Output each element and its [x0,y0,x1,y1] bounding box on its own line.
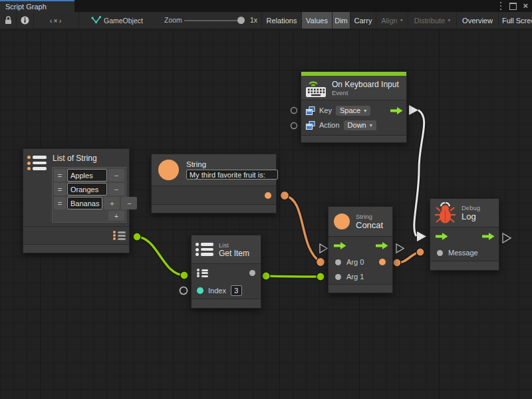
action-dropdown[interactable]: Down ▾ [344,120,376,130]
list-item-field[interactable]: Apples [67,169,107,182]
zoom-value: 1x [250,12,257,29]
node-on-keyboard-input[interactable]: On Keyboard Input Event Key Space ▾ [301,71,407,143]
node-concat[interactable]: String Concat Arg 0 Arg 1 [328,206,393,293]
list-item-row: = Bananas + − [54,197,124,209]
close-icon[interactable]: × [523,0,528,12]
script-graph-window: Script Graph × ‹×› [0,0,532,399]
node-title: String [186,160,278,168]
string-type-icon [158,160,179,180]
node-category: Debug [462,204,480,211]
drag-handle[interactable]: = [54,183,66,196]
relations-toggle[interactable]: Relations [261,12,301,29]
list-input-icon [197,269,208,277]
overview-button[interactable]: Overview [456,12,498,29]
distribute-caret-icon: ▾ [448,17,450,23]
node-footer [192,299,261,308]
control-input-arrow-icon[interactable] [334,241,346,250]
node-footer [301,135,406,142]
message-port-dot[interactable] [437,250,443,256]
enum-icon [306,121,315,130]
result-output-dot[interactable] [379,259,386,265]
menu-kebab-icon[interactable] [500,5,501,7]
drag-handle[interactable]: = [54,169,66,182]
dim-toggle[interactable]: Dim [332,12,350,29]
key-dropdown[interactable]: Space ▾ [336,106,370,116]
string-output-dot[interactable] [265,192,271,199]
tab-script-graph[interactable]: Script Graph [0,0,74,12]
index-port-dot[interactable] [197,287,203,294]
drag-handle[interactable]: = [54,197,66,209]
lock-icon [5,16,12,25]
index-field[interactable]: 3 [231,285,242,296]
zoom-slider-track[interactable] [184,20,244,21]
node-footer [430,261,499,270]
node-title: Concat [356,220,383,230]
remove-item-button[interactable]: − [121,197,137,209]
dropdown-caret-icon: ▾ [364,108,366,114]
relations-label: Relations [267,17,297,25]
node-debug-log[interactable]: Debug Log Message [430,198,499,271]
node-string-literal[interactable]: String My third favorite fruit is: [151,154,277,213]
arg0-port-dot[interactable] [335,259,341,265]
action-dropdown-value: Down [348,121,366,129]
control-output-arrow-icon[interactable] [482,232,495,241]
list-item-row: = Apples − [54,169,124,182]
node-category: List [219,241,249,249]
list-output-icon [113,231,126,240]
dropdown-caret-icon: ▾ [370,122,372,128]
node-category: String [356,213,383,220]
node-get-item[interactable]: List Get Item Index 3 [191,235,261,309]
string-type-icon [334,213,350,229]
remove-item-button[interactable]: − [108,169,124,182]
remove-item-button[interactable]: − [108,183,124,196]
node-title: On Keyboard Input [332,80,399,89]
remove-item-button[interactable]: + [104,197,120,209]
zoom-label: Zoom [164,12,182,29]
arg1-label: Arg 1 [346,273,364,281]
node-title: Get Item [219,249,249,258]
gameobject-label: GameObject [104,17,143,25]
zoom-slider-handle[interactable] [237,17,245,24]
maximize-icon[interactable] [509,3,517,10]
add-item-button[interactable]: + [108,211,124,221]
gameobject-reference[interactable]: GameObject [78,12,150,29]
tab-title: Script Graph [5,3,47,11]
enum-icon [306,106,315,115]
values-toggle[interactable]: Values [301,12,332,29]
distribute-label: Distribute [414,17,445,25]
carry-toggle[interactable]: Carry [350,12,376,29]
lock-button[interactable] [0,12,16,29]
code-view-button[interactable]: ‹×› [33,12,78,29]
control-output-arrow-icon[interactable] [390,106,403,115]
script-graph-icon [91,16,101,25]
fullscreen-label: Full Screen [502,17,532,25]
keyboard-icon [305,78,327,98]
action-label: Action [319,121,340,129]
node-title: Log [462,211,480,221]
graph-toolbar: ‹×› GameObject Zoom 1x Relations Values … [0,12,532,29]
string-value-field[interactable]: My third favorite fruit is: [186,170,278,180]
values-label: Values [306,17,328,25]
fullscreen-button[interactable]: Full Screen [498,12,532,29]
list-item-row: = Oranges − [54,183,124,196]
arg0-label: Arg 0 [346,258,364,266]
info-icon [21,16,29,25]
node-subtitle: Event [332,89,399,96]
list-item-field[interactable]: Bananas [67,197,102,209]
align-menu-button[interactable]: Align ▾ [376,12,408,29]
list-item-field[interactable]: Oranges [67,183,107,196]
distribute-menu-button[interactable]: Distribute ▾ [408,12,456,29]
control-input-arrow-icon[interactable] [436,232,448,241]
item-output-dot[interactable] [249,270,255,276]
code-icon: ‹×› [50,17,63,25]
control-output-arrow-icon[interactable] [376,241,388,250]
inspect-button[interactable] [16,12,33,29]
message-label: Message [448,249,478,257]
key-dropdown-value: Space [340,106,360,114]
arg1-port-dot[interactable] [335,274,341,280]
node-footer [329,284,392,293]
node-list-of-string[interactable]: List of String = Apples − = Oranges − = … [23,148,130,253]
string-list-editor: = Apples − = Oranges − = Bananas + − + [52,167,126,223]
list-icon [27,156,47,170]
window-controls: × [498,0,532,12]
